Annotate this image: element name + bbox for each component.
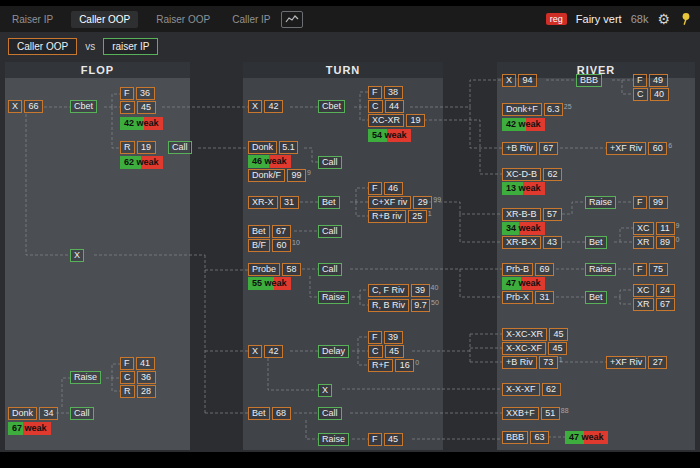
tab-raiser-oop[interactable]: Raiser OOP [152, 11, 214, 28]
action-node-x[interactable]: X [70, 249, 84, 262]
decision-node-x-x-xf[interactable]: X-X-XF62 [502, 383, 561, 396]
decision-node-xxb-f[interactable]: XXB+F5188 [502, 407, 569, 420]
decision-node-r-f[interactable]: R+F160 [368, 359, 419, 372]
decision-node-c-f-riv[interactable]: C, F Riv3940 [368, 284, 438, 297]
decision-node-x[interactable]: X42 [248, 345, 283, 358]
decision-node-xr-x[interactable]: XR-X31 [248, 196, 299, 209]
action-node-call[interactable]: Call [318, 263, 342, 276]
pin-icon[interactable] [679, 12, 692, 26]
decision-node-donk-f[interactable]: Donk+F6.325 [502, 103, 572, 116]
gear-icon[interactable]: ⚙ [657, 12, 670, 26]
decision-node-xf-riv[interactable]: +XF Riv606 [606, 142, 672, 155]
decision-node-r[interactable]: R28 [120, 385, 156, 398]
action-node-call[interactable]: Call [318, 407, 342, 420]
poker-tree-app: Raiser IPCaller OOPRaiser OOPCaller IP r… [0, 0, 700, 468]
decision-node-f[interactable]: F46 [368, 182, 403, 195]
node-value: 45 [384, 433, 403, 446]
decision-node-x[interactable]: X66 [8, 100, 43, 113]
action-node-bet[interactable]: Bet [585, 291, 607, 304]
node-value: 38 [384, 86, 403, 99]
action-node-bbb[interactable]: BBB [576, 74, 602, 87]
decision-node-xr-b-x[interactable]: XR-B-X43 [502, 236, 562, 249]
decision-node-f[interactable]: F49 [633, 74, 668, 87]
action-node-cbet[interactable]: Cbet [70, 100, 97, 113]
action-node-raise[interactable]: Raise [318, 433, 349, 446]
decision-node-xf-riv[interactable]: +XF Riv27 [606, 356, 667, 369]
node-label: XXB+F [502, 407, 539, 420]
decision-node-c[interactable]: C45 [120, 101, 156, 114]
decision-node-prb-b[interactable]: Prb-B69 [502, 263, 554, 276]
action-node-raise[interactable]: Raise [585, 196, 616, 209]
decision-node-xr[interactable]: XR67 [633, 298, 675, 311]
decision-node-f[interactable]: F39 [368, 331, 403, 344]
action-node-raise[interactable]: Raise [70, 371, 101, 384]
action-node-bet[interactable]: Bet [318, 196, 340, 209]
node-label: X [318, 384, 332, 397]
decision-node-f[interactable]: F45 [368, 433, 403, 446]
node-sup-value: 9 [307, 169, 311, 177]
node-value: 16 [395, 359, 414, 372]
top-right-cluster: reg Fairy vert 68k ⚙ [546, 12, 692, 26]
decision-node-donk[interactable]: Donk34 [8, 407, 58, 420]
decision-node-b-riv[interactable]: +B Riv67 [502, 142, 558, 155]
decision-node-b-f[interactable]: B/F6010 [248, 239, 300, 252]
decision-node-c-xf-riv[interactable]: C+XF riv2999 [368, 196, 441, 209]
decision-node-x-xc-xf[interactable]: X-XC-XF45 [502, 342, 567, 355]
decision-node-probe[interactable]: Probe58 [248, 263, 301, 276]
node-label: XC [633, 222, 654, 235]
decision-node-xc-xr[interactable]: XC-XR19 [368, 114, 425, 127]
node-sup-value: 0 [415, 359, 419, 367]
decision-node-f[interactable]: F36 [120, 87, 155, 100]
decision-node-bet[interactable]: Bet68 [248, 407, 291, 420]
decision-node-c[interactable]: C36 [120, 371, 156, 384]
decision-node-donk[interactable]: Donk5.1 [248, 141, 298, 154]
node-sup-value: 1 [559, 356, 563, 364]
node-label: F [368, 433, 382, 446]
node-label: F [633, 74, 647, 87]
node-value: 60 [272, 239, 291, 252]
decision-node-f[interactable]: F41 [120, 357, 155, 370]
decision-node-r-b-riv[interactable]: R, B Riv9.750 [368, 299, 439, 312]
decision-node-c[interactable]: C45 [368, 345, 404, 358]
action-node-raise[interactable]: Raise [585, 263, 616, 276]
decision-node-xc-d-b[interactable]: XC-D-B62 [502, 168, 562, 181]
decision-node-xc[interactable]: XC24 [633, 284, 675, 297]
decision-node-xc[interactable]: XC119 [633, 222, 679, 235]
decision-node-x[interactable]: X42 [248, 100, 283, 113]
decision-node-r-b-riv[interactable]: R+B riv251 [368, 210, 432, 223]
decision-node-f[interactable]: F38 [368, 86, 403, 99]
node-value: 66 [24, 100, 43, 113]
decision-node-r[interactable]: R19 [120, 141, 156, 154]
decision-node-prb-x[interactable]: Prb-X31 [502, 291, 554, 304]
decision-node-b-riv[interactable]: +B Riv731 [502, 356, 563, 369]
decision-node-x-xc-xr[interactable]: X-XC-XR45 [502, 328, 568, 341]
decision-node-f[interactable]: F75 [633, 263, 668, 276]
node-label: B/F [248, 239, 270, 252]
decision-node-bbb[interactable]: BBB63 [502, 431, 549, 444]
tab-caller-ip[interactable]: Caller IP [228, 11, 274, 28]
decision-node-donk-f[interactable]: Donk/F999 [248, 169, 311, 182]
action-node-bet[interactable]: Bet [585, 236, 607, 249]
decision-node-f[interactable]: F99 [633, 196, 668, 209]
action-node-raise[interactable]: Raise [318, 291, 349, 304]
decision-node-bet[interactable]: Bet67 [248, 225, 291, 238]
node-value: 27 [648, 356, 667, 369]
action-node-call[interactable]: Call [168, 141, 192, 154]
action-node-cbet[interactable]: Cbet [318, 100, 345, 113]
action-node-call[interactable]: Call [318, 156, 342, 169]
action-node-call[interactable]: Call [70, 407, 94, 420]
panel-title-turn: TURN [243, 62, 443, 78]
tab-raiser-ip[interactable]: Raiser IP [8, 11, 57, 28]
action-node-delay[interactable]: Delay [318, 345, 349, 358]
chart-tab[interactable] [281, 11, 303, 28]
action-node-x[interactable]: X [318, 384, 332, 397]
action-node-call[interactable]: Call [318, 225, 342, 238]
decision-node-xr-b-b[interactable]: XR-B-B57 [502, 208, 562, 221]
node-value: 62 [543, 168, 562, 181]
decision-node-c[interactable]: C40 [633, 88, 669, 101]
decision-node-c[interactable]: C44 [368, 100, 404, 113]
decision-node-x[interactable]: X94 [502, 74, 537, 87]
node-label: +B Riv [502, 356, 537, 369]
decision-node-xr[interactable]: XR890 [633, 236, 679, 249]
tab-caller-oop[interactable]: Caller OOP [71, 11, 138, 28]
